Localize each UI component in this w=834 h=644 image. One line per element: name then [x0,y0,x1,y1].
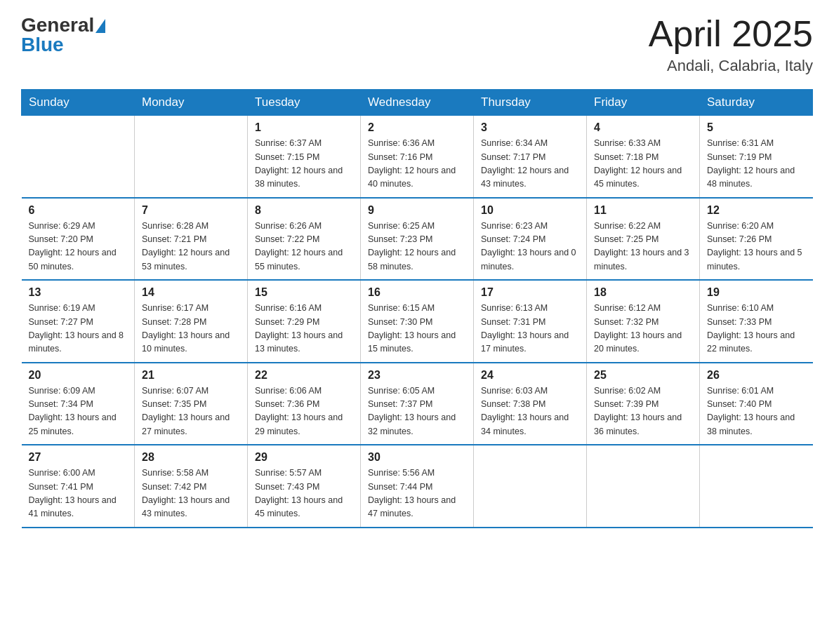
calendar-cell [474,445,587,528]
day-info: Sunrise: 6:19 AM Sunset: 7:27 PM Dayligh… [29,302,128,356]
calendar-cell: 20Sunrise: 6:09 AM Sunset: 7:34 PM Dayli… [22,363,135,445]
header-thursday: Thursday [474,90,587,116]
calendar-week-row: 6Sunrise: 6:29 AM Sunset: 7:20 PM Daylig… [22,198,813,281]
header-monday: Monday [135,90,248,116]
logo-blue-text: Blue [21,34,64,56]
calendar-cell: 15Sunrise: 6:16 AM Sunset: 7:29 PM Dayli… [248,280,361,363]
calendar-cell: 3Sunrise: 6:34 AM Sunset: 7:17 PM Daylig… [474,116,587,198]
day-number: 25 [594,369,692,382]
logo: General Blue [21,14,105,56]
calendar-cell: 14Sunrise: 6:17 AM Sunset: 7:28 PM Dayli… [135,280,248,363]
day-info: Sunrise: 6:26 AM Sunset: 7:22 PM Dayligh… [255,220,353,274]
day-info: Sunrise: 6:06 AM Sunset: 7:36 PM Dayligh… [255,384,353,439]
day-info: Sunrise: 5:58 AM Sunset: 7:42 PM Dayligh… [142,467,240,521]
calendar-cell: 29Sunrise: 5:57 AM Sunset: 7:43 PM Dayli… [248,445,361,528]
day-info: Sunrise: 6:20 AM Sunset: 7:26 PM Dayligh… [707,220,806,274]
day-info: Sunrise: 6:10 AM Sunset: 7:33 PM Dayligh… [707,302,806,356]
day-number: 22 [255,369,353,382]
day-info: Sunrise: 6:03 AM Sunset: 7:38 PM Dayligh… [481,384,579,439]
day-number: 12 [707,204,806,217]
day-number: 3 [481,121,579,134]
title-block: April 2025 Andali, Calabria, Italy [649,14,813,75]
calendar-cell: 13Sunrise: 6:19 AM Sunset: 7:27 PM Dayli… [22,280,135,363]
day-number: 14 [142,286,240,299]
calendar-cell: 21Sunrise: 6:07 AM Sunset: 7:35 PM Dayli… [135,363,248,445]
day-number: 17 [481,286,579,299]
day-info: Sunrise: 6:16 AM Sunset: 7:29 PM Dayligh… [255,302,353,356]
calendar-week-row: 27Sunrise: 6:00 AM Sunset: 7:41 PM Dayli… [22,445,813,528]
header-wednesday: Wednesday [361,90,474,116]
calendar-subtitle: Andali, Calabria, Italy [649,57,813,75]
day-number: 16 [368,286,466,299]
day-info: Sunrise: 6:15 AM Sunset: 7:30 PM Dayligh… [368,302,466,356]
day-number: 10 [481,204,579,217]
calendar-cell: 7Sunrise: 6:28 AM Sunset: 7:21 PM Daylig… [135,198,248,281]
page-header: General Blue April 2025 Andali, Calabria… [21,14,813,75]
calendar-cell: 25Sunrise: 6:02 AM Sunset: 7:39 PM Dayli… [587,363,700,445]
day-number: 6 [29,204,128,217]
calendar-week-row: 13Sunrise: 6:19 AM Sunset: 7:27 PM Dayli… [22,280,813,363]
day-info: Sunrise: 6:31 AM Sunset: 7:19 PM Dayligh… [707,137,806,192]
day-number: 8 [255,204,353,217]
calendar-cell: 11Sunrise: 6:22 AM Sunset: 7:25 PM Dayli… [587,198,700,281]
day-info: Sunrise: 6:37 AM Sunset: 7:15 PM Dayligh… [255,137,353,192]
day-info: Sunrise: 6:23 AM Sunset: 7:24 PM Dayligh… [481,220,579,274]
day-number: 1 [255,121,353,134]
calendar-cell: 27Sunrise: 6:00 AM Sunset: 7:41 PM Dayli… [22,445,135,528]
calendar-cell: 8Sunrise: 6:26 AM Sunset: 7:22 PM Daylig… [248,198,361,281]
day-info: Sunrise: 6:33 AM Sunset: 7:18 PM Dayligh… [594,137,692,192]
day-number: 29 [255,451,353,464]
logo-triangle-icon [95,19,105,33]
calendar-cell: 9Sunrise: 6:25 AM Sunset: 7:23 PM Daylig… [361,198,474,281]
day-info: Sunrise: 6:28 AM Sunset: 7:21 PM Dayligh… [142,220,240,274]
calendar-cell: 23Sunrise: 6:05 AM Sunset: 7:37 PM Dayli… [361,363,474,445]
day-info: Sunrise: 6:07 AM Sunset: 7:35 PM Dayligh… [142,384,240,439]
day-number: 27 [29,451,128,464]
day-info: Sunrise: 6:17 AM Sunset: 7:28 PM Dayligh… [142,302,240,356]
header-saturday: Saturday [700,90,813,116]
day-number: 9 [368,204,466,217]
calendar-cell: 30Sunrise: 5:56 AM Sunset: 7:44 PM Dayli… [361,445,474,528]
calendar-cell: 4Sunrise: 6:33 AM Sunset: 7:18 PM Daylig… [587,116,700,198]
calendar-cell: 16Sunrise: 6:15 AM Sunset: 7:30 PM Dayli… [361,280,474,363]
day-number: 19 [707,286,806,299]
day-info: Sunrise: 6:12 AM Sunset: 7:32 PM Dayligh… [594,302,692,356]
day-info: Sunrise: 6:36 AM Sunset: 7:16 PM Dayligh… [368,137,466,192]
calendar-title: April 2025 [649,14,813,54]
calendar-cell [587,445,700,528]
day-number: 7 [142,204,240,217]
header-tuesday: Tuesday [248,90,361,116]
day-info: Sunrise: 6:13 AM Sunset: 7:31 PM Dayligh… [481,302,579,356]
calendar-header-row: Sunday Monday Tuesday Wednesday Thursday… [22,90,813,116]
calendar-cell: 1Sunrise: 6:37 AM Sunset: 7:15 PM Daylig… [248,116,361,198]
calendar-table: Sunday Monday Tuesday Wednesday Thursday… [21,89,813,528]
day-info: Sunrise: 6:05 AM Sunset: 7:37 PM Dayligh… [368,384,466,439]
day-number: 24 [481,369,579,382]
day-number: 11 [594,204,692,217]
calendar-cell: 26Sunrise: 6:01 AM Sunset: 7:40 PM Dayli… [700,363,813,445]
calendar-cell: 24Sunrise: 6:03 AM Sunset: 7:38 PM Dayli… [474,363,587,445]
calendar-cell [135,116,248,198]
calendar-cell: 2Sunrise: 6:36 AM Sunset: 7:16 PM Daylig… [361,116,474,198]
day-info: Sunrise: 6:09 AM Sunset: 7:34 PM Dayligh… [29,384,128,439]
day-info: Sunrise: 6:29 AM Sunset: 7:20 PM Dayligh… [29,220,128,274]
day-info: Sunrise: 6:34 AM Sunset: 7:17 PM Dayligh… [481,137,579,192]
calendar-cell: 17Sunrise: 6:13 AM Sunset: 7:31 PM Dayli… [474,280,587,363]
day-number: 18 [594,286,692,299]
calendar-cell: 28Sunrise: 5:58 AM Sunset: 7:42 PM Dayli… [135,445,248,528]
day-info: Sunrise: 6:25 AM Sunset: 7:23 PM Dayligh… [368,220,466,274]
calendar-cell: 22Sunrise: 6:06 AM Sunset: 7:36 PM Dayli… [248,363,361,445]
day-info: Sunrise: 6:00 AM Sunset: 7:41 PM Dayligh… [29,467,128,521]
day-info: Sunrise: 6:02 AM Sunset: 7:39 PM Dayligh… [594,384,692,439]
day-number: 28 [142,451,240,464]
day-info: Sunrise: 5:57 AM Sunset: 7:43 PM Dayligh… [255,467,353,521]
header-sunday: Sunday [22,90,135,116]
day-info: Sunrise: 6:22 AM Sunset: 7:25 PM Dayligh… [594,220,692,274]
calendar-cell: 5Sunrise: 6:31 AM Sunset: 7:19 PM Daylig… [700,116,813,198]
calendar-week-row: 1Sunrise: 6:37 AM Sunset: 7:15 PM Daylig… [22,116,813,198]
calendar-cell: 12Sunrise: 6:20 AM Sunset: 7:26 PM Dayli… [700,198,813,281]
calendar-cell: 10Sunrise: 6:23 AM Sunset: 7:24 PM Dayli… [474,198,587,281]
day-number: 13 [29,286,128,299]
day-number: 30 [368,451,466,464]
day-number: 21 [142,369,240,382]
